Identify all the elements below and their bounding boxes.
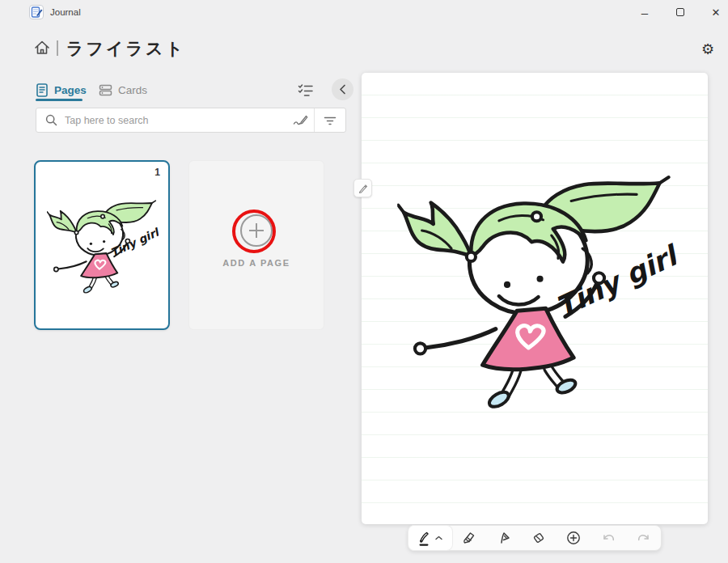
highlighter-icon <box>462 531 476 545</box>
ink-pen-icon <box>293 114 308 126</box>
home-icon <box>33 39 51 57</box>
pages-icon <box>36 83 49 97</box>
cards-icon <box>99 83 112 97</box>
lasso-select-icon <box>497 531 511 545</box>
app-title: Journal <box>50 7 81 17</box>
search-input[interactable] <box>65 115 286 126</box>
undo-icon <box>602 532 616 544</box>
canvas-drawing <box>397 173 676 411</box>
search-icon <box>45 114 57 126</box>
page-handle-pen-icon <box>358 184 368 193</box>
drawing-canvas-page[interactable] <box>362 73 708 524</box>
active-tab-underline <box>36 99 83 101</box>
add-page-plus-icon <box>240 214 273 247</box>
home-button[interactable] <box>32 39 52 58</box>
thumbnail-drawing <box>47 199 159 294</box>
plus-circle-icon <box>566 531 581 545</box>
pen-icon <box>417 531 432 546</box>
page-number: 1 <box>154 167 160 178</box>
chevron-left-icon <box>338 84 347 95</box>
filter-icon <box>324 115 336 126</box>
search-box <box>36 108 346 133</box>
redo-button[interactable] <box>626 526 661 550</box>
eraser-tool-button[interactable] <box>522 526 557 550</box>
insert-tool-button[interactable] <box>557 526 591 550</box>
settings-button[interactable]: ⚙ <box>697 39 718 60</box>
page-thumbnail-1[interactable]: 1 <box>34 160 170 330</box>
redo-icon <box>637 532 650 544</box>
eraser-icon <box>531 531 546 545</box>
highlighter-tool-button[interactable] <box>452 526 487 550</box>
ink-toolbar <box>408 525 662 551</box>
close-button[interactable]: ✕ <box>702 0 728 24</box>
add-page-label: ADD A PAGE <box>222 258 290 268</box>
maximize-icon <box>676 8 684 16</box>
lasso-select-tool-button[interactable] <box>487 526 522 550</box>
minimize-button[interactable]: – <box>631 0 658 24</box>
gear-icon: ⚙ <box>701 41 714 57</box>
undo-button[interactable] <box>591 526 626 550</box>
multiselect-icon <box>298 83 314 97</box>
titlebar: Journal – ✕ <box>0 0 728 24</box>
collapse-panel-button[interactable] <box>332 78 353 100</box>
tab-cards-label: Cards <box>118 84 147 96</box>
maximize-button[interactable] <box>667 0 694 24</box>
ink-to-search-button[interactable] <box>286 108 314 132</box>
chevron-up-icon <box>435 535 442 540</box>
multiselect-button[interactable] <box>296 81 315 100</box>
header-separator <box>57 40 58 56</box>
add-page-card[interactable]: ADD A PAGE <box>188 160 324 330</box>
tab-pages-label: Pages <box>54 84 87 96</box>
journal-app-icon <box>29 5 44 19</box>
journal-title: ラフイラスト <box>66 37 185 60</box>
tab-pages[interactable]: Pages <box>36 80 87 99</box>
filter-button[interactable] <box>315 108 345 132</box>
page-flip-handle-button[interactable] <box>353 179 372 197</box>
tab-cards[interactable]: Cards <box>99 80 147 99</box>
pen-tool-button[interactable] <box>408 526 452 550</box>
